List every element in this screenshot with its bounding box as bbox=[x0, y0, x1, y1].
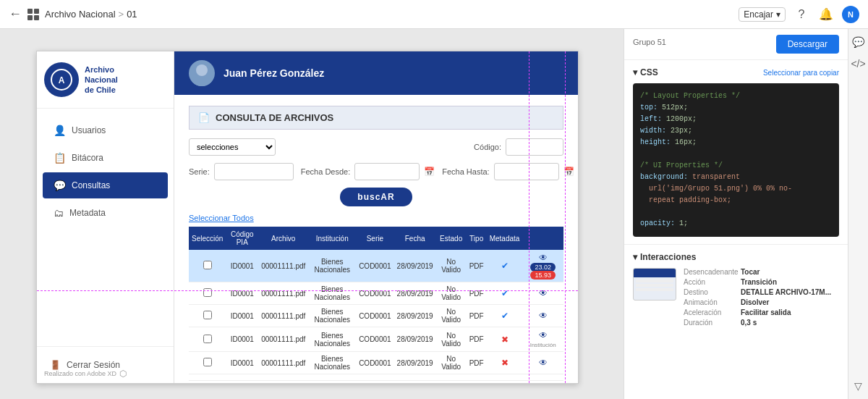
col-seleccion: Selección bbox=[189, 227, 226, 250]
cell-actions: 👁 bbox=[522, 352, 563, 374]
cell-codigo: ID0001 bbox=[226, 305, 258, 327]
buscar-button[interactable]: buscAR bbox=[340, 188, 412, 206]
row-checkbox[interactable] bbox=[203, 335, 212, 343]
selecciones-select[interactable]: selecciones bbox=[189, 138, 276, 156]
row-checkbox[interactable] bbox=[203, 358, 212, 366]
code-background: background: transparent bbox=[640, 172, 832, 183]
row-checkbox[interactable] bbox=[203, 311, 212, 319]
user-name: Juan Pérez González bbox=[224, 67, 324, 79]
interacciones-title: ▾ Interacciones bbox=[633, 252, 696, 262]
fit-select[interactable]: Encajar ▾ bbox=[739, 7, 786, 22]
cell-tipo: PDF bbox=[467, 327, 487, 352]
cell-seleccion bbox=[189, 327, 226, 352]
interaccion-thumbnail bbox=[633, 268, 676, 301]
eye-icon[interactable]: 👁 bbox=[539, 311, 548, 321]
code-height: height: 16px; bbox=[640, 137, 832, 148]
user-avatar-icon[interactable]: N bbox=[842, 6, 859, 23]
col-serie: Serie bbox=[356, 227, 393, 250]
back-button[interactable]: ← bbox=[9, 7, 22, 22]
chevron-interacciones-icon[interactable]: ▾ bbox=[633, 252, 637, 262]
row-checkbox[interactable] bbox=[203, 288, 212, 297]
cell-estado: No Valido bbox=[436, 250, 467, 282]
cell-seleccion bbox=[189, 250, 226, 282]
breadcrumb: Archivo Nacional > 01 bbox=[45, 9, 137, 20]
sidebar-item-label: Consultas bbox=[72, 180, 110, 190]
cell-estado: No Valido bbox=[436, 327, 467, 352]
interaccion-row-animacion: Animación Disolver bbox=[684, 298, 831, 306]
cell-actions: 👁 23.02 15.93 bbox=[522, 250, 563, 282]
eye-icon[interactable]: 👁 bbox=[539, 358, 548, 368]
table-row: ID0001 00001111.pdf Bienes Nacionales CO… bbox=[189, 305, 563, 327]
cell-tipo: PDF bbox=[467, 352, 487, 374]
cell-estado: No Valido bbox=[436, 352, 467, 374]
accion-val: Transición bbox=[741, 278, 777, 286]
preview-wrapper: A Archivo Nacional de Chile 👤 Usuarios bbox=[36, 51, 579, 384]
cell-tipo: PDF bbox=[467, 282, 487, 305]
consulta-section: 📄 CONSULTA DE ARCHIVOS selecciones bbox=[174, 95, 578, 383]
code-top: top: 512px; bbox=[640, 102, 832, 114]
calendar-hasta-icon[interactable]: 📅 bbox=[563, 167, 574, 177]
app-container: A Archivo Nacional de Chile 👤 Usuarios bbox=[37, 51, 578, 383]
cell-fecha: 28/09/2019 bbox=[394, 282, 436, 305]
sidebar-item-usuarios[interactable]: 👤 Usuarios bbox=[43, 117, 168, 143]
serie-input[interactable] bbox=[214, 163, 294, 180]
code-left: left: 1200px; bbox=[640, 114, 832, 125]
cell-estado: No Valido bbox=[436, 282, 467, 305]
cell-codigo: ID0001 bbox=[226, 250, 258, 282]
code-icon[interactable]: </> bbox=[851, 58, 865, 70]
fecha-desde-input[interactable] bbox=[354, 163, 420, 180]
cell-serie: COD0001 bbox=[356, 282, 393, 305]
interaccion-row-desencadenante: Desencadenante Tocar bbox=[684, 268, 831, 276]
svg-point-3 bbox=[192, 76, 212, 86]
breadcrumb-page[interactable]: 01 bbox=[127, 9, 137, 20]
svg-text:A: A bbox=[59, 75, 65, 85]
form-group-fecha-hasta: Fecha Hasta: 📅 bbox=[442, 163, 574, 180]
bell-icon[interactable]: 🔔 bbox=[817, 6, 835, 23]
cell-institucion: Bienes Nacionales bbox=[308, 250, 356, 282]
table-row: ID0001 00001111.pdf Bienes Nacionales CO… bbox=[189, 250, 563, 282]
top-bar-right: Encajar ▾ ? 🔔 N bbox=[739, 6, 859, 23]
chevron-css-icon[interactable]: ▾ bbox=[633, 67, 637, 77]
main-area: A Archivo Nacional de Chile 👤 Usuarios bbox=[0, 29, 868, 399]
destino-val: DETALLE ARCHIVO-17M... bbox=[741, 288, 831, 296]
row-checkbox[interactable] bbox=[203, 261, 212, 269]
sidebar-item-label: Bitácora bbox=[72, 153, 103, 163]
breadcrumb-app[interactable]: Archivo Nacional bbox=[45, 9, 116, 20]
fecha-hasta-input[interactable] bbox=[494, 163, 559, 180]
right-panel: Grupo 51 Descargar ▾ CSS Seleccionar par… bbox=[624, 29, 848, 399]
sidebar-item-consultas[interactable]: 💬 Consultas bbox=[43, 172, 168, 198]
descargar-button[interactable]: Descargar bbox=[776, 35, 839, 54]
sidebar-item-metadata[interactable]: 🗂 Metadata bbox=[43, 200, 168, 226]
cell-institucion: Bienes Nacionales bbox=[308, 352, 356, 374]
col-codigo-pia: Código PIA bbox=[226, 227, 258, 250]
codigo-input[interactable] bbox=[506, 138, 563, 156]
interaccion-row-aceleracion: Aceleración Facilitar salida bbox=[684, 308, 831, 316]
serie-label: Serie: bbox=[189, 167, 210, 176]
cell-metadata: ✔ bbox=[487, 250, 523, 282]
metadata-icon: 🗂 bbox=[54, 207, 64, 219]
eye-icon[interactable]: 👁 bbox=[539, 330, 548, 340]
aceleracion-key: Aceleración bbox=[684, 308, 738, 316]
cell-archivo: 00001111.pdf bbox=[258, 305, 308, 327]
cell-estado: No Valido bbox=[436, 305, 467, 327]
calendar-desde-icon[interactable]: 📅 bbox=[424, 167, 435, 177]
comment-icon[interactable]: 💬 bbox=[852, 36, 864, 48]
filter-down-icon[interactable]: ▽ bbox=[854, 380, 862, 392]
eye-icon[interactable]: 👁 bbox=[539, 288, 548, 298]
right-panel-top: Grupo 51 Descargar bbox=[624, 29, 848, 60]
accion-key: Acción bbox=[684, 278, 738, 286]
consultas-icon: 💬 bbox=[54, 180, 66, 191]
eye-icon[interactable]: 👁 bbox=[539, 253, 548, 263]
cell-institucion: Bienes Nacionales bbox=[308, 282, 356, 305]
sidebar-item-bitacora[interactable]: 📋 Bitácora bbox=[43, 145, 168, 171]
cell-codigo: ID0001 bbox=[226, 352, 258, 374]
interaccion-details: Desencadenante Tocar Acción Transición D… bbox=[684, 268, 831, 329]
results-table: Selección Código PIA Archivo Institución… bbox=[189, 227, 563, 374]
seleccionar-todos-link[interactable]: Seleccionar Todos bbox=[189, 214, 563, 222]
help-icon[interactable]: ? bbox=[793, 6, 810, 23]
badge-red: 15.93 bbox=[530, 271, 556, 280]
fecha-hasta-label: Fecha Hasta: bbox=[442, 167, 489, 176]
cell-metadata: ✖ bbox=[487, 352, 523, 374]
cell-codigo: ID0001 bbox=[226, 282, 258, 305]
seleccionar-copiar-link[interactable]: Seleccionar para copiar bbox=[763, 69, 839, 77]
